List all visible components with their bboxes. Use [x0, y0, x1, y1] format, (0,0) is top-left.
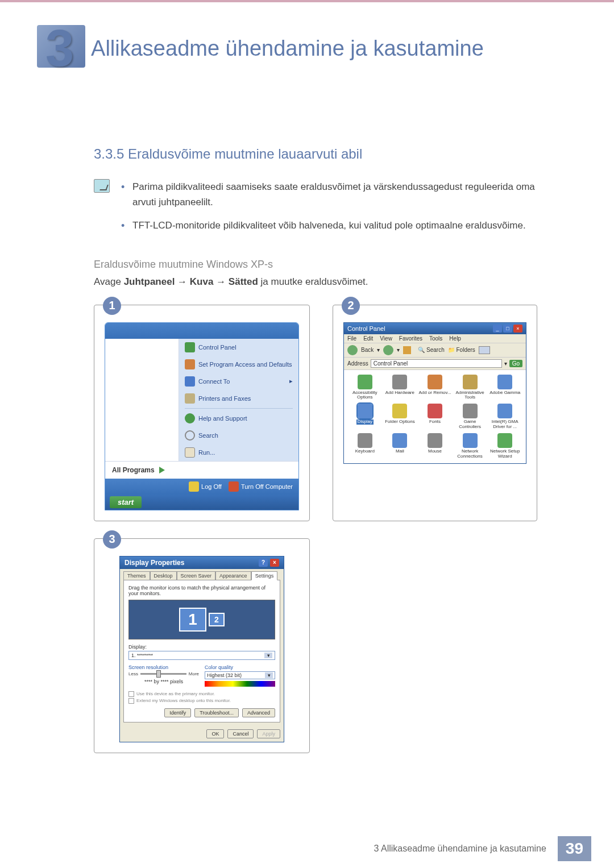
monitor-arrangement[interactable]: 1 2	[128, 600, 275, 639]
minimize-button[interactable]: _	[493, 325, 502, 333]
tab-settings[interactable]: Settings	[251, 571, 278, 580]
cp-toolbar: Back ▾ ▾ 🔍 Search 📁 Folders	[344, 343, 526, 358]
log-off-label: Log Off	[201, 483, 222, 490]
cp-item[interactable]: Folder Options	[384, 404, 417, 430]
menu-view[interactable]: View	[380, 335, 392, 342]
start-item-connect[interactable]: Connect To▸	[179, 373, 298, 390]
chevron-down-icon[interactable]: ▾	[377, 347, 380, 353]
start-menu: Control Panel Set Program Access and Def…	[105, 322, 299, 510]
cp-item-icon	[463, 433, 478, 448]
menu-favorites[interactable]: Favorites	[399, 335, 422, 342]
extend-desktop-checkbox[interactable]: Extend my Windows desktop onto this moni…	[128, 698, 275, 704]
turn-off-button[interactable]: Turn Off Computer	[229, 481, 293, 492]
cp-item[interactable]: Mouse	[418, 433, 451, 459]
apply-button[interactable]: Apply	[257, 729, 280, 738]
start-menu-body: Control Panel Set Program Access and Def…	[105, 339, 298, 461]
turn-off-label: Turn Off Computer	[241, 483, 293, 490]
go-label: Go	[512, 360, 520, 367]
checkbox-icon	[128, 698, 134, 704]
color-spectrum-bar	[205, 681, 275, 687]
back-icon[interactable]	[347, 345, 358, 355]
start-item-program-access[interactable]: Set Program Access and Defaults	[179, 356, 298, 373]
log-off-button[interactable]: Log Off	[189, 481, 222, 492]
all-programs[interactable]: All Programs	[105, 461, 298, 479]
display-dropdown[interactable]: 1. ******** ▾	[128, 651, 275, 660]
view-mode-icon[interactable]	[479, 346, 490, 354]
cp-item[interactable]: Display	[349, 404, 381, 430]
identify-button[interactable]: Identify	[164, 708, 191, 717]
cp-item[interactable]: Intel(R) GMA Driver for ...	[488, 404, 521, 430]
cp-item[interactable]: Mail	[384, 433, 417, 459]
address-field[interactable]: Control Panel	[371, 359, 502, 368]
cp-item-label: Add or Remov...	[418, 391, 451, 396]
monitor-2[interactable]: 2	[209, 613, 225, 626]
chevron-right-icon: ▸	[289, 377, 293, 385]
instr-arrow1: →	[175, 276, 189, 287]
arrow-right-icon	[159, 467, 165, 474]
maximize-button[interactable]: □	[503, 325, 512, 333]
search-label[interactable]: 🔍 Search	[418, 347, 444, 353]
dp-titlebar: Display Properties ? ×	[120, 556, 284, 569]
chk-label: Extend my Windows desktop onto this moni…	[136, 698, 231, 703]
cp-item-icon	[428, 375, 442, 389]
step-badge-2: 2	[342, 297, 360, 315]
taskbar: start	[105, 495, 298, 510]
cp-menubar: File Edit View Favorites Tools Help	[344, 334, 526, 343]
menu-file[interactable]: File	[347, 335, 356, 342]
cp-item[interactable]: Administrative Tools	[454, 375, 487, 401]
resolution-slider[interactable]: Less More	[128, 671, 199, 676]
help-button[interactable]: ?	[259, 559, 268, 567]
cp-item[interactable]: Add Hardware	[384, 375, 417, 401]
cp-item[interactable]: Network Setup Wizard	[488, 433, 521, 459]
cancel-button[interactable]: Cancel	[227, 729, 254, 738]
cp-item-label: Folder Options	[385, 420, 414, 425]
cp-item[interactable]: Accessibility Options	[349, 375, 381, 401]
monitor-1[interactable]: 1	[179, 608, 206, 632]
all-programs-label: All Programs	[112, 466, 155, 474]
start-item-search[interactable]: Search	[179, 427, 298, 444]
forward-icon[interactable]	[383, 345, 393, 355]
start-item-control-panel[interactable]: Control Panel	[179, 339, 298, 356]
cp-item-icon	[497, 433, 512, 448]
cp-item[interactable]: Fonts	[418, 404, 451, 430]
advanced-button[interactable]: Advanced	[242, 708, 275, 717]
folders-label[interactable]: 📁 Folders	[448, 347, 475, 353]
close-button[interactable]: ×	[513, 325, 522, 333]
cp-item-icon	[428, 433, 442, 448]
close-button[interactable]: ×	[270, 559, 279, 567]
menu-separator	[185, 408, 293, 409]
tab-appearance[interactable]: Appearance	[215, 571, 251, 580]
chevron-down-icon[interactable]: ▾	[504, 360, 507, 367]
tab-screensaver[interactable]: Screen Saver	[177, 571, 216, 580]
ok-button[interactable]: OK	[206, 729, 224, 738]
chevron-down-icon[interactable]: ▾	[397, 347, 400, 353]
tab-themes[interactable]: Themes	[123, 571, 150, 580]
start-item-help[interactable]: Help and Support	[179, 410, 298, 427]
start-item-run[interactable]: Run...	[179, 444, 298, 461]
tab-desktop[interactable]: Desktop	[150, 571, 177, 580]
cp-item-label: Network Connections	[454, 449, 487, 459]
start-item-printers[interactable]: Printers and Faxes	[179, 390, 298, 407]
start-button[interactable]: start	[110, 496, 142, 508]
display-properties-window: Display Properties ? × Themes Desktop Sc…	[119, 556, 284, 742]
up-icon[interactable]	[403, 346, 411, 354]
start-item-label: Set Program Access and Defaults	[198, 361, 292, 368]
primary-monitor-checkbox[interactable]: Use this device as the primary monitor.	[128, 691, 275, 697]
cp-item[interactable]: Network Connections	[454, 433, 487, 459]
cp-item[interactable]: Add or Remov...	[418, 375, 451, 401]
menu-tools[interactable]: Tools	[429, 335, 442, 342]
menu-help[interactable]: Help	[449, 335, 461, 342]
cp-item[interactable]: Game Controllers	[454, 404, 487, 430]
dp-button-row: Identify Troubleshoot... Advanced	[128, 708, 275, 717]
cp-item-label: Keyboard	[355, 449, 375, 454]
go-button[interactable]: Go	[509, 360, 522, 367]
cp-titlebar: Control Panel _ □ ×	[344, 323, 526, 334]
start-item-label: Control Panel	[198, 344, 237, 351]
slider-thumb[interactable]	[156, 670, 161, 678]
cp-item[interactable]: Adobe Gamma	[488, 375, 521, 401]
menu-edit[interactable]: Edit	[363, 335, 373, 342]
troubleshoot-button[interactable]: Troubleshoot...	[194, 708, 239, 717]
color-quality-dropdown[interactable]: Highest (32 bit) ▾	[205, 671, 275, 679]
cp-item[interactable]: Keyboard	[349, 433, 381, 459]
start-menu-footer: Log Off Turn Off Computer	[105, 479, 298, 495]
